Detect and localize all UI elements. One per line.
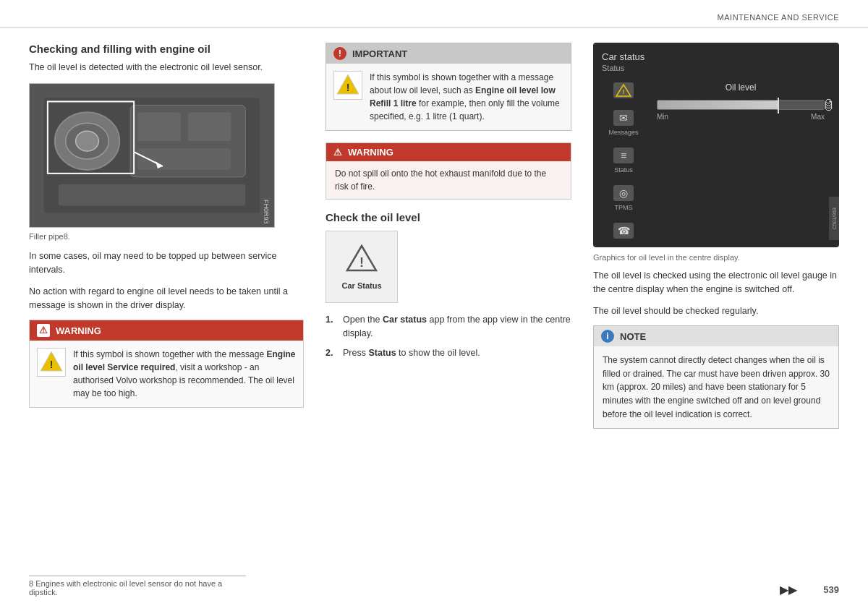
body-text-2: No action with regard to engine oil leve… [29,285,304,313]
car-status-label: Car Status [341,281,381,290]
car-status-symbol: ! [344,244,379,278]
display-subtitle: Status [602,64,830,72]
display-main: Oil level 🛢 Min Max [651,82,830,239]
left-warning-body: ! If this symbol is shown together with … [30,341,303,407]
status-label: Status [614,166,633,174]
svg-rect-9 [59,184,245,206]
intro-text: The oil level is detected with the elect… [29,61,304,74]
right-body-text-2: The oil level should be checked regularl… [593,304,839,318]
mid-warning-label: WARNING [348,147,393,158]
note-body: The system cannot directly detect change… [594,346,838,428]
oil-gauge-fill [658,101,778,109]
oil-level-title: Oil level [657,82,825,93]
sidebar-warning[interactable]: ! [613,82,634,98]
messages-label: Messages [608,129,638,136]
footer-right: ▶▶ 539 [780,583,839,597]
left-column: Checking and filling with engine oil The… [29,43,304,429]
gauge-max-label: Max [811,113,825,121]
tpms-icon: ◎ [613,185,634,201]
right-body-text-1: The oil level is checked using the elect… [593,269,839,297]
car-status-display: Car status Status ! ✉ [593,43,839,247]
page-number: 539 [823,584,839,595]
note-icon: i [601,330,614,343]
display-code-strip: C501/963 [829,197,839,240]
svg-text:!: ! [359,255,364,270]
warning-triangle-icon: ⚠ [37,324,50,337]
mid-warning-box: ⚠ WARNING Do not spill oil onto the hot … [326,142,571,200]
svg-point-4 [76,131,99,151]
check-oil-section: Check the oil level ! Car Status Open th… [326,211,571,359]
left-warning-text: If this symbol is shown together with th… [73,348,296,400]
sidebar-warning-icon: ! [613,82,634,98]
svg-rect-8 [137,148,231,170]
page-content: Checking and filling with engine oil The… [0,28,868,443]
section-title: Checking and filling with engine oil [29,43,304,55]
important-header: ! IMPORTANT [326,43,571,64]
note-label: NOTE [620,331,646,342]
oil-gauge-bar [657,100,825,110]
step-2: Press Status to show the oil level. [326,346,571,360]
oil-gauge-labels: Min Max [657,113,825,121]
tpms-label: TPMS [614,204,632,211]
engine-svg [30,83,274,228]
middle-column: ! IMPORTANT ! If this symbol is shown to… [326,43,571,429]
important-text: If this symbol is shown together with a … [370,71,563,123]
body-text-1: In some cases, oil may need to be topped… [29,249,304,278]
sidebar-phone[interactable]: ☎ [613,223,634,239]
mid-warning-icon: ⚠ [333,147,342,158]
gauge-min-label: Min [657,113,668,121]
messages-icon: ✉ [613,110,634,126]
important-box: ! IMPORTANT ! If this symbol is shown to… [326,43,571,131]
check-oil-title: Check the oil level [326,211,571,223]
important-label: IMPORTANT [352,48,407,59]
note-header: i NOTE [594,326,838,346]
image-caption: Filler pipe8. [29,232,304,241]
left-warning-label: WARNING [56,325,101,336]
steps-list: Open the Car status app from the app vie… [326,313,571,359]
left-warning-box: ⚠ WARNING ! If this symbol is shown toge… [29,320,304,408]
sidebar-tpms[interactable]: ◎ TPMS [613,185,634,211]
important-body: ! If this symbol is shown together with … [326,64,571,130]
svg-text:!: ! [623,88,625,95]
svg-rect-6 [137,112,181,141]
right-column: Car status Status ! ✉ [593,43,839,429]
car-status-icon-button[interactable]: ! Car Status [326,231,398,303]
mid-warning-header: ⚠ WARNING [326,143,571,161]
display-content: ! ✉ Messages ≡ Status ◎ TPMS [602,82,830,239]
page-header: MAINTENANCE AND SERVICE [0,0,868,28]
status-icon: ≡ [613,148,634,163]
sidebar-messages[interactable]: ✉ Messages [608,110,638,136]
left-warning-header: ⚠ WARNING [30,320,303,341]
svg-text:!: ! [50,359,54,370]
sidebar-status[interactable]: ≡ Status [613,148,634,174]
display-caption: Graphics for oil level in the centre dis… [593,253,839,262]
next-arrows[interactable]: ▶▶ [780,583,797,597]
display-title: Car status [602,51,830,62]
display-sidebar: ! ✉ Messages ≡ Status ◎ TPMS [602,82,645,239]
svg-rect-7 [188,112,231,141]
engine-image: FH0R93 [29,83,275,228]
mid-warning-text: Do not spill oil onto the hot exhaust ma… [326,161,571,199]
oil-warning-icon: ! [37,348,66,377]
svg-text:!: ! [346,82,350,93]
footnote: 8 Engines with electronic oil level sens… [29,576,246,597]
note-box: i NOTE The system cannot directly detect… [593,325,839,429]
step-1: Open the Car status app from the app vie… [326,313,571,341]
important-icon: ! [333,47,346,60]
page-footer: 8 Engines with electronic oil level sens… [0,576,868,597]
oil-gauge-container: 🛢 Min Max [657,100,825,121]
important-oil-icon: ! [333,71,362,100]
warning-bold-text: Engine oil level Service required [73,349,295,372]
phone-icon: ☎ [613,223,634,239]
oil-gauge-marker [778,98,779,114]
oil-can-icon: 🛢 [822,98,835,114]
